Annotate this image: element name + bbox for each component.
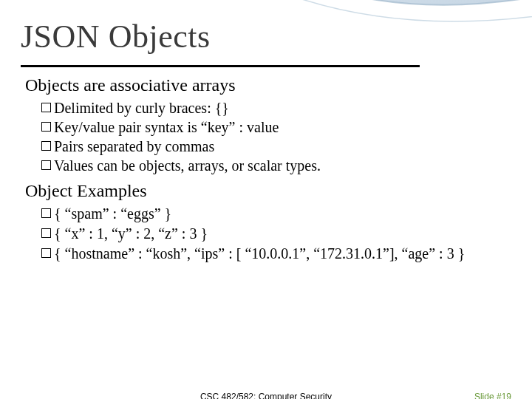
- square-bullet-icon: [41, 228, 51, 238]
- section-heading-2: Object Examples: [25, 181, 510, 201]
- bullet-item: Values can be objects, arrays, or scalar…: [41, 156, 510, 175]
- square-bullet-icon: [41, 103, 51, 112]
- bullet-item: { “x” : 1, “y” : 2, “z” : 3 }: [41, 224, 510, 244]
- square-bullet-icon: [41, 141, 51, 151]
- square-bullet-icon: [41, 160, 51, 170]
- bullet-list-1: Delimited by curly braces: {} Key/value …: [41, 98, 510, 175]
- title-underline: [21, 65, 420, 67]
- slide-body: Objects are associative arrays Delimited…: [25, 75, 510, 264]
- bullet-item: Delimited by curly braces: {}: [41, 98, 510, 117]
- bullet-item: Key/value pair syntax is “key” : value: [41, 117, 510, 137]
- square-bullet-icon: [41, 248, 51, 258]
- square-bullet-icon: [41, 122, 51, 132]
- slide-title: JSON Objects: [21, 18, 211, 55]
- bullet-list-2: { “spam” : “eggs” } { “x” : 1, “y” : 2, …: [41, 204, 510, 264]
- footer-slide-number: Slide #19: [474, 392, 511, 399]
- bullet-item: { “spam” : “eggs” }: [41, 204, 510, 224]
- bullet-item: Pairs separated by commas: [41, 137, 510, 156]
- section-heading-1: Objects are associative arrays: [25, 75, 510, 95]
- footer-course: CSC 482/582: Computer Security: [0, 392, 532, 399]
- square-bullet-icon: [41, 208, 51, 218]
- bullet-item: { “hostname” : “kosh”, “ips” : [ “10.0.0…: [41, 244, 510, 264]
